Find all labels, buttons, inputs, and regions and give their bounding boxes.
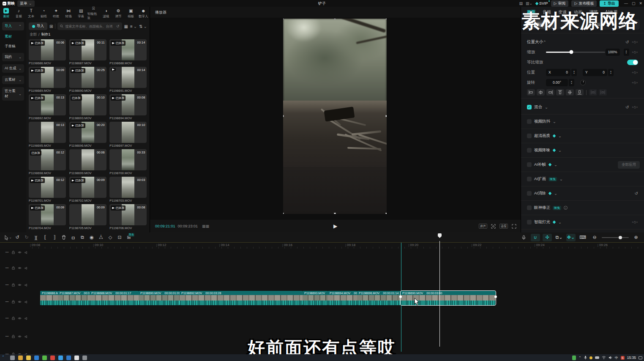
sidebar-item-2[interactable]: 子草稿 [2,43,24,50]
feature-checkbox[interactable] [527,134,532,138]
eye-icon[interactable] [18,317,22,320]
layout-split-icon[interactable]: ▥⌄ [526,1,532,5]
sidebar-import-header[interactable]: 导入⌃ [2,22,24,30]
media-clip-tile[interactable]: 已添加00:09P1198689.MOV [29,67,66,93]
keyframe-control[interactable]: ‹◇› [632,105,639,109]
grid-view-icon[interactable]: ▦ [124,24,128,29]
menu-button[interactable]: 菜单⌄ [17,0,35,7]
close-button[interactable]: ✕ [639,1,642,5]
maximize-button[interactable]: ▢ [632,1,636,5]
align-left-icon[interactable] [527,89,535,96]
timeline-clip[interactable]: P1198690.MOV00:00:01:09 [139,291,180,305]
zoom-out-icon[interactable]: ⊖ [590,235,599,240]
publish-template-button[interactable]: ▷发布模板 [571,0,597,7]
timeline-clip[interactable]: P1198692.MOV00:00:03:28 [180,291,303,305]
timeline-clip[interactable]: P1198693.MOV00: [303,291,328,305]
folder-icon[interactable] [26,356,31,360]
feature-checkbox[interactable] [527,162,532,167]
media-clip-tile[interactable]: 00:33P1198700.MOV [109,149,147,175]
security-icon[interactable]: S [621,356,625,360]
media-clip-tile[interactable]: 已添加00:12P1198701.MOV [29,177,66,202]
media-clip-tile[interactable]: 00:03P1198703.MOV [109,177,147,202]
lock-icon[interactable] [12,300,15,304]
video-preview[interactable] [283,19,387,214]
timeline-tracks[interactable]: 好前面还有点等哎 −−−−−−−P1198686.MP1198687.MOV00… [0,249,644,354]
feature-checkbox[interactable] [527,119,532,124]
eye-icon[interactable] [18,301,22,303]
transform-handle[interactable] [334,213,336,214]
sidebar-group-1[interactable]: 我的⌄ [2,53,24,61]
feature-checkbox[interactable] [527,220,532,224]
lock-icon[interactable] [12,283,15,287]
ribbon-tab-7[interactable]: ▤字幕 [75,7,87,19]
eye-icon[interactable] [18,284,22,286]
reset-icon[interactable]: ↺ [625,105,629,109]
ratio-badge[interactable]: 适应 [499,224,508,229]
reset-icon[interactable]: ↺ [635,191,638,196]
wechat-icon[interactable] [42,356,47,360]
history-icon[interactable]: ↺ [116,24,120,28]
slider-knob[interactable] [570,50,573,54]
media-clip-tile[interactable]: 已添加00:10P1198693.MOV [69,94,106,120]
ribbon-tab-12[interactable]: ☻数字人 [137,7,150,19]
import-folder-icon[interactable]: ⊞ [49,24,53,29]
media-clip-tile[interactable]: 00:06P1198699.MOV [69,149,106,175]
split-icon[interactable]: ][ [31,235,41,240]
media-clip-tile[interactable]: 00:09P1198705.MOV [69,204,106,230]
scale-stepper[interactable]: ▲▼ [624,49,629,56]
clip-handle-left[interactable] [399,295,402,298]
sidebar-item-1[interactable]: 素材 [2,33,24,40]
record-screen-icon[interactable]: ⊡ [115,235,124,240]
chrome-icon[interactable] [18,356,23,360]
media-player-icon[interactable] [50,356,55,360]
eye-icon[interactable] [18,267,22,269]
track-collapse-icon[interactable]: − [5,281,9,289]
player-stage[interactable] [150,18,521,220]
record-voice-icon[interactable] [519,235,528,240]
minimize-button[interactable]: — [624,1,628,5]
link-preview-icon[interactable]: ⧉⌄ [554,235,564,240]
device-icon[interactable] [595,356,599,359]
transform-handle[interactable] [283,19,284,19]
freeze-frame-icon[interactable]: ⊞限免 [124,235,134,240]
sidebar-group-3[interactable]: 云素材⌄ [2,76,24,84]
track-collapse-icon[interactable]: − [5,315,9,322]
mail-icon[interactable] [58,356,63,360]
align-center-v-icon[interactable] [566,89,574,96]
volume-icon[interactable] [609,356,612,359]
rotate-knob[interactable] [580,80,586,85]
timeline-clip[interactable]: P1198686.M [40,291,58,305]
feature-checkbox[interactable] [527,205,532,210]
keyframe-control[interactable]: ‹◇› [632,220,639,224]
sidebar-group-4[interactable]: 官方素材⌄ [2,87,24,101]
media-clip-tile[interactable]: 已添加00:06P1198686.MOV [29,39,66,65]
export-button[interactable]: ↥导出 [600,0,619,7]
track-collapse-icon[interactable]: − [5,264,9,272]
mask-icon[interactable]: ◘ [68,235,78,240]
settings-icon[interactable] [82,356,87,360]
media-clip-tile[interactable]: 已添加00:14P1198688.MOV [109,39,147,65]
start-icon[interactable] [3,356,5,358]
ribbon-tab-10[interactable]: ⚙调节 [112,7,125,19]
transform-handle[interactable] [283,115,284,117]
track-collapse-icon[interactable]: − [5,249,9,256]
ribbon-tab-11[interactable]: ▣模板 [125,7,137,19]
search-input[interactable] [65,25,115,28]
media-clip-tile[interactable]: 已添加00:09P1198702.MOV [69,177,106,202]
svip-button[interactable]: SVIP [535,1,548,5]
sidebar-group-2[interactable]: AI 生成⌄ [2,64,24,73]
media-clip-tile[interactable]: 已添加00:09P1198704.MOV [29,204,66,230]
position-x-field[interactable]: X0 [546,69,570,76]
edge-icon[interactable] [34,356,39,360]
keyframe-control[interactable]: ‹◇› [632,81,639,85]
select-tool-icon[interactable]: ⌄ [3,235,13,240]
speaker-icon[interactable] [25,301,28,304]
play-button[interactable]: ▶ [333,223,337,229]
code-icon[interactable] [66,356,71,360]
align-bottom-icon[interactable] [576,89,584,96]
sort-icon[interactable]: ≡⌄ [130,24,137,29]
media-clip-tile[interactable]: 00:14P1198691.MOV [109,67,147,93]
speaker-icon[interactable] [25,284,28,287]
distribute-h-icon[interactable] [589,89,597,96]
ribbon-tab-2[interactable]: ♪音频 [13,7,25,19]
